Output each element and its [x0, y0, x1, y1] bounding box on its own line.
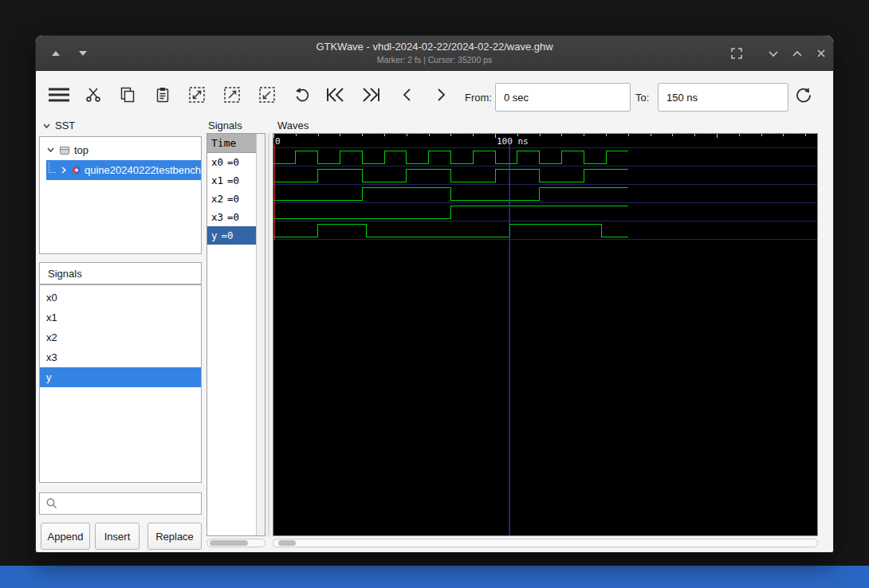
tree-node-instance[interactable]: quine20240222testbench [46, 160, 201, 180]
wave-name-row[interactable]: x2=0 [207, 190, 256, 208]
wave-names-panel: Time x0=0 x1=0 x2=0 x3=0 y=0 [206, 133, 265, 536]
reload-button[interactable] [793, 84, 814, 105]
hamburger-menu-icon [47, 86, 71, 104]
wave-view-panel: 0100 ns [273, 133, 818, 536]
shift-right-button[interactable] [433, 84, 449, 105]
append-button[interactable]: Append [41, 523, 90, 550]
chevron-down-icon [768, 48, 779, 59]
reload-icon [793, 84, 814, 105]
signals-list: x0 x1 x2 x3 y [39, 284, 202, 483]
wave-name-row[interactable]: x3=0 [207, 208, 256, 226]
window-fullscreen-button[interactable] [728, 45, 745, 61]
signal-list-item[interactable]: x1 [40, 308, 201, 327]
wave-signal-name: x0 [211, 156, 223, 168]
skip-to-end-button[interactable] [360, 84, 382, 105]
wave-signal-value: =0 [227, 174, 239, 186]
sst-tree-panel: top quine20240222testbench [39, 136, 202, 254]
time-header: Time [207, 134, 256, 153]
wave-signal-name: x1 [211, 174, 223, 186]
expander-down-icon[interactable] [46, 146, 55, 154]
copy-icon [119, 86, 136, 104]
waves-caption: Waves [277, 120, 309, 131]
window-maximize-button[interactable] [788, 45, 806, 61]
zoom-fit-icon [187, 85, 206, 104]
wave-signal-value: =0 [222, 229, 234, 241]
wave-names-caption: Signals [208, 120, 242, 131]
desktop-taskbar [0, 566, 869, 588]
wave-signal-value: =0 [227, 156, 239, 168]
wave-signal-value: =0 [227, 193, 239, 205]
collapse-chevron-icon [42, 122, 51, 130]
cut-button[interactable] [85, 84, 103, 105]
signals-header-label: Signals [48, 268, 82, 280]
wave-signal-name: x2 [211, 193, 223, 205]
marker-cursor-status: Marker: 2 fs | Cursor: 35200 ps [36, 55, 833, 65]
signal-list-item[interactable]: x0 [40, 288, 201, 308]
signal-list-item[interactable]: x3 [40, 347, 201, 367]
tree-branch-line [49, 163, 56, 173]
names-hscrollbar-handle[interactable] [210, 540, 248, 546]
gtkwave-window: GTKWave - vhdl-2024-02-22/2024-02-22/wav… [35, 35, 834, 553]
from-time-input[interactable] [495, 83, 631, 112]
instance-icon [71, 165, 81, 175]
signal-list-item[interactable]: x2 [40, 327, 201, 347]
chevron-right-icon [433, 86, 449, 104]
skip-to-start-button[interactable] [324, 84, 347, 105]
svg-text:0: 0 [275, 136, 281, 147]
skip-end-icon [360, 86, 382, 104]
signal-search-box [39, 492, 202, 515]
wave-name-row[interactable]: x1=0 [207, 171, 256, 190]
svg-text:100 ns: 100 ns [497, 136, 529, 147]
to-label: To: [635, 92, 649, 104]
window-close-button[interactable] [812, 45, 830, 61]
window-minimize-button[interactable] [765, 45, 782, 61]
zoom-out-button[interactable] [258, 84, 277, 105]
sst-section-header[interactable]: SST [42, 120, 75, 131]
wave-canvas[interactable]: 0100 ns [273, 134, 817, 535]
paste-button[interactable] [154, 84, 171, 105]
to-time-input[interactable] [658, 83, 788, 112]
wave-signal-name: x3 [211, 211, 223, 223]
zoom-in-button[interactable] [222, 84, 242, 105]
signals-list-header: Signals [39, 262, 202, 284]
shift-left-button[interactable] [399, 84, 415, 105]
chevron-left-icon [399, 86, 415, 104]
tree-node-top[interactable]: top [40, 139, 201, 160]
search-icon [45, 497, 57, 510]
clipboard-icon [154, 86, 171, 104]
tree-node-label: quine20240222testbench [85, 164, 201, 176]
scissors-icon [85, 86, 103, 104]
expander-right-icon[interactable] [60, 166, 67, 174]
wave-name-row[interactable]: x0=0 [207, 153, 256, 171]
module-box-icon [59, 145, 70, 155]
corner-brackets-icon [730, 47, 743, 60]
names-hscrollbar[interactable] [206, 539, 265, 547]
from-label: From: [465, 92, 492, 104]
close-icon [816, 48, 827, 59]
skip-start-icon [324, 86, 347, 104]
wave-name-row-selected[interactable]: y=0 [207, 226, 256, 245]
replace-button[interactable]: Replace [147, 523, 202, 550]
titlebar[interactable]: GTKWave - vhdl-2024-02-22/2024-02-22/wav… [36, 36, 833, 71]
pane-splitter[interactable] [265, 133, 273, 536]
toolbar: From: To: [36, 72, 833, 116]
signal-list-item-selected[interactable]: y [40, 367, 201, 387]
wave-names-vscrollbar[interactable] [256, 134, 265, 535]
wave-signal-value: =0 [227, 211, 239, 223]
zoom-out-icon [258, 85, 277, 104]
undo-button[interactable] [293, 84, 312, 105]
menu-button[interactable] [47, 84, 71, 105]
tree-node-label: top [74, 144, 88, 156]
waves-hscrollbar-handle[interactable] [278, 540, 296, 546]
zoom-in-icon [222, 85, 242, 104]
wave-signal-name: y [211, 229, 218, 241]
chevron-up-icon [792, 48, 803, 59]
waves-hscrollbar[interactable] [273, 539, 818, 547]
signal-search-input[interactable] [61, 493, 201, 514]
window-title: GTKWave - vhdl-2024-02-22/2024-02-22/wav… [36, 41, 833, 53]
copy-button[interactable] [119, 84, 136, 105]
sst-label: SST [55, 120, 75, 131]
undo-arrow-icon [293, 85, 312, 104]
insert-button[interactable]: Insert [95, 523, 140, 550]
zoom-fit-button[interactable] [187, 84, 206, 105]
